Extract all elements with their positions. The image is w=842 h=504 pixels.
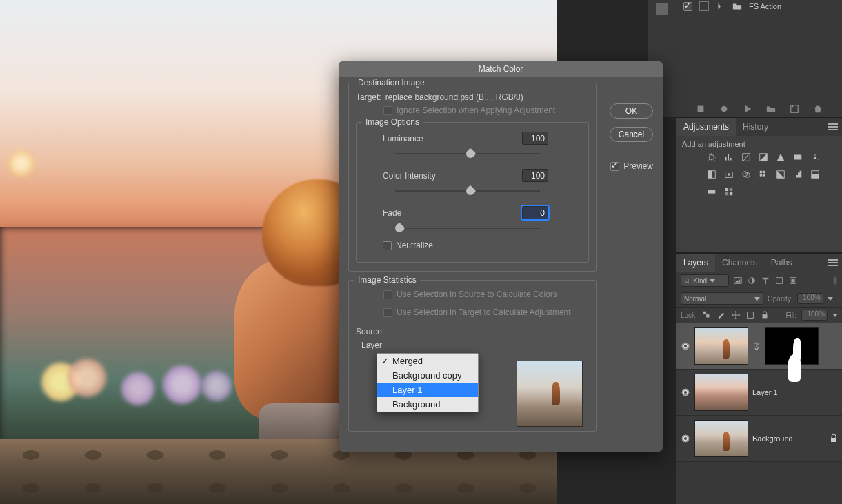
layer-dropdown[interactable]: Merged Background copy Layer 1 Backgroun… [377,353,479,412]
svg-rect-23 [725,192,728,195]
blend-mode-value: Normal [684,295,706,303]
action-set-name[interactable]: FS Action [749,2,781,10]
fade-slider[interactable] [395,223,540,234]
svg-rect-20 [708,190,716,193]
link-icon[interactable] [752,341,761,352]
color-intensity-input[interactable] [522,169,548,182]
filter-pixel-icon[interactable] [733,276,743,285]
fade-input[interactable] [522,206,548,219]
layer-mask-thumbnail[interactable] [765,327,819,365]
svg-point-11 [728,173,730,176]
visibility-toggle[interactable] [681,387,690,397]
svg-rect-2 [791,105,799,113]
dropdown-option-background-copy[interactable]: Background copy [377,368,478,383]
tab-paths[interactable]: Paths [764,254,799,272]
svg-rect-34 [762,314,767,318]
filter-adjustment-icon[interactable] [747,276,756,285]
layer-row-background-copy[interactable] [676,323,842,370]
new-set-icon[interactable] [766,104,776,114]
dialog-toggle-icon[interactable] [699,1,709,11]
lock-pixels-icon[interactable] [716,310,726,320]
neutralize-checkbox[interactable] [383,241,392,250]
svg-rect-3 [792,105,794,108]
lock-transparency-icon[interactable] [702,310,712,320]
threshold-icon[interactable] [810,170,820,179]
color-intensity-slider[interactable] [395,185,540,196]
svg-rect-21 [725,188,728,191]
filter-shape-icon[interactable] [774,276,784,285]
panel-menu-icon[interactable] [828,259,838,266]
play-icon[interactable] [743,104,752,114]
use-target-label: Use Selection in Target to Calculate Adj… [397,308,571,317]
svg-rect-24 [730,192,732,195]
new-action-icon[interactable] [790,104,799,114]
posterize-icon[interactable] [793,170,803,179]
layer-thumbnail[interactable] [694,420,748,457]
blend-mode-select[interactable]: Normal [681,292,763,305]
use-target-checkbox [383,308,392,317]
luminance-label: Luminance [383,134,423,143]
folder-icon [732,1,742,11]
action-enabled-checkbox[interactable] [683,2,692,11]
tab-adjustments[interactable]: Adjustments [676,118,736,136]
luminance-input[interactable] [522,132,548,145]
layer-name[interactable]: Background [752,434,793,443]
layer-filter-kind[interactable]: Kind [681,274,729,287]
svg-rect-15 [763,171,765,174]
trash-icon[interactable] [813,104,823,114]
color-lookup-icon[interactable] [759,170,768,179]
layer-row-layer1[interactable]: Layer 1 [676,370,842,416]
layer-row-background[interactable]: Background [676,416,842,462]
svg-point-8 [814,157,816,159]
brightness-contrast-icon[interactable] [707,152,716,162]
dropdown-option-background[interactable]: Background [377,397,478,412]
curves-icon[interactable] [741,152,751,162]
record-icon[interactable] [719,104,729,114]
photo-filter-icon[interactable] [724,170,734,179]
tab-channels[interactable]: Channels [715,254,764,272]
selective-color-icon[interactable] [724,187,734,196]
luminance-slider[interactable] [395,148,540,159]
bw-icon[interactable] [707,170,716,179]
layer-thumbnail[interactable] [694,374,748,411]
stop-icon[interactable] [696,104,705,114]
neutralize-label: Neutralize [396,241,433,250]
opacity-input[interactable]: 100% [797,293,823,304]
lock-position-icon[interactable] [731,310,741,320]
filter-toggle[interactable] [832,276,838,285]
vibrance-icon[interactable] [776,152,785,162]
filter-type-icon[interactable] [761,276,770,285]
preview-checkbox[interactable] [610,162,619,171]
panel-menu-icon[interactable] [828,123,838,130]
tab-layers[interactable]: Layers [676,254,715,272]
fill-input[interactable]: 100% [801,310,828,321]
layer-name[interactable]: Layer 1 [752,388,778,396]
lock-icon [830,434,838,443]
folder-expand-icon[interactable] [716,1,725,11]
svg-point-25 [685,279,688,282]
filter-smart-icon[interactable] [788,276,798,285]
svg-rect-30 [791,279,794,282]
dialog-title: Match Color [339,61,663,77]
svg-rect-17 [763,174,765,177]
dropdown-option-layer1[interactable]: Layer 1 [377,383,478,397]
tab-history[interactable]: History [736,118,775,136]
gradient-map-icon[interactable] [707,187,716,196]
color-balance-icon[interactable] [810,152,820,162]
channel-mixer-icon[interactable] [741,170,751,179]
layer-thumbnail[interactable] [694,327,748,365]
lock-artboard-icon[interactable] [745,310,755,320]
visibility-toggle[interactable] [681,341,690,351]
exposure-icon[interactable] [759,152,768,162]
hue-sat-icon[interactable] [793,152,803,162]
panel-icon[interactable] [656,3,668,15]
cancel-button[interactable]: Cancel [610,127,653,142]
lock-all-icon[interactable] [760,310,770,320]
ok-button[interactable]: OK [610,103,653,119]
visibility-toggle[interactable] [681,434,690,443]
svg-rect-0 [698,106,704,112]
levels-icon[interactable] [724,152,734,162]
dropdown-option-merged[interactable]: Merged [377,354,478,368]
svg-rect-31 [703,312,706,314]
invert-icon[interactable] [776,170,785,179]
